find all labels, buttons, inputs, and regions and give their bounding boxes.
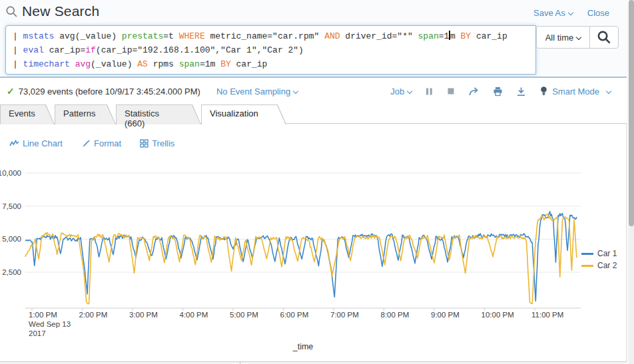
job-menu[interactable]: Job bbox=[390, 87, 412, 96]
svg-text:2017: 2017 bbox=[29, 329, 46, 337]
viz-toolbar: Line Chart Format Trellis bbox=[9, 138, 174, 148]
page-title: New Search bbox=[22, 3, 99, 19]
search-icon bbox=[5, 5, 18, 18]
search-icon bbox=[597, 30, 611, 45]
time-range-picker[interactable]: All time bbox=[537, 27, 590, 48]
share-icon bbox=[468, 87, 479, 96]
event-sampling-menu[interactable]: No Event Sampling bbox=[216, 87, 298, 96]
svg-text:10:00 PM: 10:00 PM bbox=[481, 311, 514, 319]
svg-text:2,500: 2,500 bbox=[2, 268, 21, 276]
svg-text:11:00 PM: 11:00 PM bbox=[531, 311, 563, 319]
svg-text:3:00 PM: 3:00 PM bbox=[129, 311, 158, 319]
chevron-down-icon bbox=[293, 88, 298, 93]
next-panel-edge bbox=[0, 361, 627, 364]
search-input[interactable]: | mstats avg(_value) prestats=t WHERE me… bbox=[5, 25, 536, 75]
tab-statistics[interactable]: Statistics (660) bbox=[116, 104, 201, 124]
job-controls: Job bbox=[390, 86, 611, 96]
chevron-down-icon bbox=[568, 10, 573, 15]
results-tabs: Events Patterns Statistics (660) Visuali… bbox=[0, 104, 627, 124]
trellis-button[interactable]: Trellis bbox=[140, 138, 174, 148]
svg-text:4:00 PM: 4:00 PM bbox=[180, 311, 208, 319]
scrollbar-thumb[interactable] bbox=[629, 0, 634, 226]
tab-patterns[interactable]: Patterns bbox=[55, 104, 116, 124]
format-pencil-icon bbox=[81, 139, 91, 148]
chart-type-button[interactable]: Line Chart bbox=[9, 138, 63, 148]
success-check-icon: ✓ bbox=[7, 86, 15, 96]
search-submit-button[interactable] bbox=[590, 27, 618, 48]
trellis-grid-icon bbox=[140, 139, 149, 148]
chart-legend: Car 1Car 2 bbox=[581, 249, 617, 270]
svg-text:7,500: 7,500 bbox=[2, 202, 21, 210]
legend-label: Car 2 bbox=[597, 261, 617, 270]
legend-item[interactable]: Car 1 bbox=[581, 249, 617, 258]
rpm-line-chart[interactable]: 2,5005,0007,50010,0001:00 PM2:00 PM3:00 … bbox=[0, 163, 627, 361]
svg-text:2:00 PM: 2:00 PM bbox=[79, 311, 108, 319]
print-icon bbox=[493, 87, 503, 96]
share-button[interactable] bbox=[468, 87, 479, 96]
stop-icon bbox=[447, 87, 455, 95]
results-bar: ✓ 73,029 events (before 10/9/17 3:45:24.… bbox=[0, 78, 627, 104]
page-title-row: New Search bbox=[5, 3, 99, 19]
chevron-down-icon bbox=[407, 88, 412, 93]
tab-visualization[interactable]: Visualization bbox=[201, 104, 286, 124]
svg-text:5:00 PM: 5:00 PM bbox=[230, 311, 258, 319]
svg-text:_time: _time bbox=[292, 342, 314, 351]
svg-text:6:00 PM: 6:00 PM bbox=[280, 311, 309, 319]
save-as-button[interactable]: Save As bbox=[533, 8, 573, 18]
print-button[interactable] bbox=[493, 87, 503, 96]
smart-mode-icon bbox=[539, 86, 548, 96]
line-chart-icon bbox=[9, 140, 19, 148]
pause-button[interactable] bbox=[425, 87, 434, 96]
legend-swatch bbox=[581, 265, 593, 267]
chevron-down-icon bbox=[606, 89, 611, 94]
export-icon bbox=[516, 87, 526, 96]
search-mode-selector[interactable]: Smart Mode bbox=[539, 86, 611, 96]
job-status: ✓ 73,029 events (before 10/9/17 3:45:24.… bbox=[7, 86, 200, 96]
pause-icon bbox=[425, 87, 434, 96]
splunk-search-page: New Search Save As Close | mstats avg(_v… bbox=[0, 0, 627, 364]
svg-text:1:00 PM: 1:00 PM bbox=[29, 311, 57, 319]
close-button[interactable]: Close bbox=[587, 8, 609, 18]
export-button[interactable] bbox=[516, 87, 526, 96]
event-count-status: 73,029 events (before 10/9/17 3:45:24.00… bbox=[19, 87, 200, 96]
legend-swatch bbox=[581, 253, 593, 255]
chart-area: 2,5005,0007,50010,0001:00 PM2:00 PM3:00 … bbox=[0, 163, 627, 361]
legend-item[interactable]: Car 2 bbox=[581, 261, 617, 270]
vertical-scrollbar[interactable] bbox=[629, 0, 634, 364]
stop-button[interactable] bbox=[447, 87, 455, 95]
format-button[interactable]: Format bbox=[81, 138, 121, 148]
svg-text:10,000: 10,000 bbox=[0, 169, 21, 177]
svg-text:5,000: 5,000 bbox=[2, 235, 21, 243]
tab-events[interactable]: Events bbox=[0, 104, 55, 124]
time-range-group: All time bbox=[536, 26, 619, 49]
header-links: Save As Close bbox=[533, 8, 609, 18]
svg-text:7:00 PM: 7:00 PM bbox=[330, 311, 359, 319]
chevron-down-icon bbox=[576, 35, 581, 40]
svg-text:Wed Sep 13: Wed Sep 13 bbox=[29, 320, 71, 328]
legend-label: Car 1 bbox=[597, 249, 617, 258]
svg-text:8:00 PM: 8:00 PM bbox=[381, 311, 410, 319]
svg-text:9:00 PM: 9:00 PM bbox=[431, 311, 460, 319]
search-header-area: New Search Save As Close | mstats avg(_v… bbox=[0, 0, 627, 78]
